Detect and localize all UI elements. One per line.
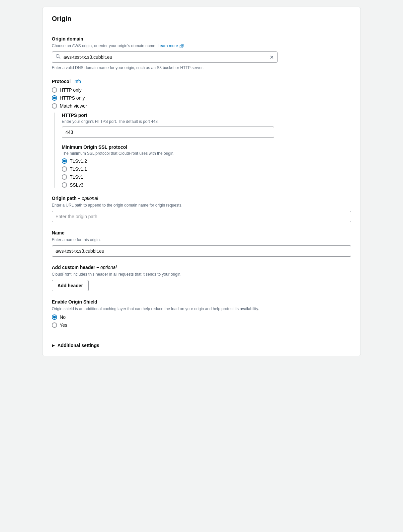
learn-more-link[interactable]: Learn more (158, 44, 184, 48)
ssl-protocol-radio-group: TLSv1.2 TLSv1.1 TLSv1 SSLv3 (62, 158, 351, 188)
protocol-radio-group: HTTP only HTTPS only Match viewer (52, 87, 351, 109)
protocol-https-radio[interactable] (52, 95, 57, 101)
ssl-protocol-subsection: Minimum Origin SSL protocol The minimum … (62, 144, 351, 188)
https-port-subsection: HTTPS port Enter your origin's HTTPS por… (62, 113, 351, 138)
ssl-tlsv1-radio[interactable] (62, 174, 67, 180)
origin-shield-no-option[interactable]: No (52, 314, 351, 320)
origin-shield-no-radio[interactable] (52, 314, 57, 320)
origin-path-section: Origin path – optional Enter a URL path … (52, 196, 351, 222)
page-title: Origin (52, 15, 351, 28)
search-icon (55, 54, 61, 60)
origin-shield-yes-label: Yes (60, 322, 67, 328)
protocol-http-option[interactable]: HTTP only (52, 87, 351, 93)
name-description: Enter a name for this origin. (52, 237, 351, 243)
section-divider (52, 336, 351, 336)
chevron-right-icon: ▶ (52, 343, 55, 348)
custom-header-label: Add custom header – optional (52, 265, 351, 270)
ssl-tlsv12-option[interactable]: TLSv1.2 (62, 158, 351, 164)
name-input[interactable] (52, 245, 351, 257)
name-label: Name (52, 230, 351, 235)
ssl-tlsv11-option[interactable]: TLSv1.1 (62, 166, 351, 172)
clear-icon[interactable]: ✕ (270, 54, 274, 60)
origin-shield-description: Origin shield is an additional caching l… (52, 306, 351, 312)
external-link-icon (180, 44, 184, 48)
origin-domain-section: Origin domain Choose an AWS origin, or e… (52, 36, 351, 71)
origin-shield-section: Enable Origin Shield Origin shield is an… (52, 299, 351, 328)
additional-settings-header[interactable]: ▶ Additional settings (52, 343, 351, 348)
svg-line-3 (59, 57, 60, 58)
ssl-tlsv1-option[interactable]: TLSv1 (62, 174, 351, 180)
origin-path-label: Origin path – optional (52, 196, 351, 201)
protocol-http-label: HTTP only (60, 87, 82, 93)
origin-domain-hint: Enter a valid DNS domain name for your o… (52, 65, 351, 71)
ssl-tlsv1-label: TLSv1 (70, 174, 83, 180)
ssl-tlsv12-label: TLSv1.2 (70, 158, 87, 164)
origin-shield-label: Enable Origin Shield (52, 299, 351, 305)
ssl-tlsv11-label: TLSv1.1 (70, 166, 87, 172)
origin-shield-yes-option[interactable]: Yes (52, 322, 351, 328)
protocol-http-radio[interactable] (52, 87, 57, 93)
https-port-label: HTTPS port (62, 113, 351, 118)
protocol-section: Protocol Info HTTP only HTTPS only Match… (52, 79, 351, 188)
origin-path-description: Enter a URL path to append to the origin… (52, 202, 351, 208)
origin-domain-description: Choose an AWS origin, or enter your orig… (52, 43, 351, 49)
ssl-protocol-label: Minimum Origin SSL protocol (62, 144, 351, 150)
additional-settings-label: Additional settings (57, 343, 99, 348)
custom-header-description: CloudFront includes this header in all r… (52, 271, 351, 277)
https-port-description: Enter your origin's HTTPS port. The defa… (62, 119, 351, 124)
protocol-indented-section: HTTPS port Enter your origin's HTTPS por… (54, 113, 351, 188)
origin-domain-label: Origin domain (52, 36, 351, 42)
https-port-input[interactable] (62, 127, 274, 138)
protocol-label: Protocol (52, 79, 71, 84)
origin-path-input[interactable] (52, 211, 351, 222)
origin-domain-input[interactable] (63, 54, 270, 60)
ssl-tlsv12-radio[interactable] (62, 158, 67, 164)
ssl-sslv3-radio[interactable] (62, 182, 67, 188)
origin-shield-radio-group: No Yes (52, 314, 351, 328)
origin-shield-yes-radio[interactable] (52, 322, 57, 328)
custom-header-section: Add custom header – optional CloudFront … (52, 265, 351, 291)
origin-domain-input-wrapper: ✕ (52, 51, 278, 63)
protocol-https-label: HTTPS only (60, 95, 85, 101)
ssl-sslv3-option[interactable]: SSLv3 (62, 182, 351, 188)
protocol-label-row: Protocol Info (52, 79, 351, 84)
origin-shield-no-label: No (60, 314, 66, 320)
ssl-protocol-description: The minimum SSL protocol that CloudFront… (62, 151, 351, 156)
protocol-match-radio[interactable] (52, 103, 57, 109)
ssl-tlsv11-radio[interactable] (62, 166, 67, 172)
name-section: Name Enter a name for this origin. (52, 230, 351, 257)
protocol-info-link[interactable]: Info (73, 79, 81, 84)
add-header-button[interactable]: Add header (52, 280, 89, 291)
origin-panel: Origin Origin domain Choose an AWS origi… (42, 7, 361, 356)
protocol-https-option[interactable]: HTTPS only (52, 95, 351, 101)
protocol-match-label: Match viewer (60, 103, 87, 109)
protocol-match-option[interactable]: Match viewer (52, 103, 351, 109)
ssl-sslv3-label: SSLv3 (70, 182, 83, 188)
